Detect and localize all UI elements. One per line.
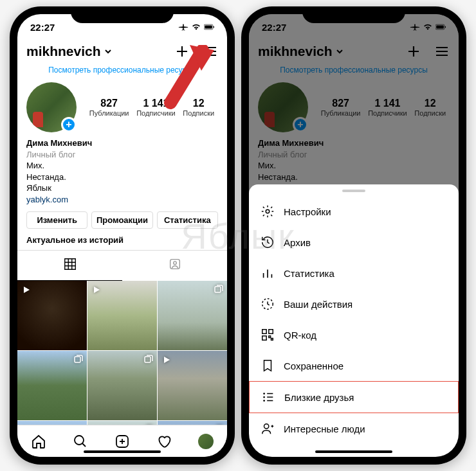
activity-icon (261, 297, 275, 311)
heart-icon[interactable] (156, 434, 172, 449)
promo-button[interactable]: Промоакции (91, 211, 152, 229)
menu-label: Ваши действия (284, 299, 352, 310)
svg-point-10 (75, 436, 84, 445)
menu-qr[interactable]: QR-код (249, 319, 459, 350)
menu-stats[interactable]: Статистика (249, 258, 459, 289)
wifi-icon (191, 23, 201, 31)
stat-posts[interactable]: 827 Публикации (89, 98, 129, 117)
status-time: 22:27 (30, 22, 55, 33)
bio-category: Личный блог (26, 149, 218, 161)
svg-rect-2 (214, 26, 214, 28)
chevron-down-icon (104, 47, 113, 56)
post-thumbnail[interactable] (158, 281, 227, 350)
posts-label: Публикации (89, 109, 129, 117)
stats-icon (261, 266, 275, 280)
username-dropdown[interactable]: mikhnevich (26, 44, 113, 59)
annotation-arrow (158, 45, 215, 116)
sheet-handle[interactable] (342, 190, 365, 192)
profile-nav-icon[interactable] (198, 434, 214, 449)
post-thumbnail[interactable] (87, 281, 157, 350)
battery-icon (204, 23, 214, 31)
gear-icon (261, 204, 275, 218)
menu-sheet: Настройки Архив Статистика Ваши действия… (249, 184, 459, 457)
svg-rect-19 (262, 336, 266, 340)
post-thumbnail[interactable] (17, 351, 87, 420)
menu-activity[interactable]: Ваши действия (249, 289, 459, 319)
menu-label: Архив (284, 237, 311, 248)
bio-line: Яблык (26, 182, 218, 194)
svg-point-22 (263, 400, 265, 402)
button-row: Изменить Промоакции Статистика (17, 205, 227, 235)
svg-point-20 (263, 393, 265, 395)
menu-settings[interactable]: Настройки (249, 196, 459, 227)
svg-point-21 (263, 396, 265, 398)
airplane-icon (178, 23, 188, 31)
home-indicator (84, 450, 161, 453)
menu-label: Сохраненное (284, 360, 343, 371)
posts-count: 827 (89, 98, 129, 109)
svg-rect-18 (269, 330, 273, 333)
username-text: mikhnevich (26, 44, 101, 59)
home-icon[interactable] (31, 434, 46, 449)
search-icon[interactable] (73, 434, 88, 449)
bio-line: Мих. (26, 160, 218, 172)
svg-rect-6 (75, 357, 80, 362)
edit-button[interactable]: Изменить (26, 211, 87, 229)
phone-left: 22:27 mikhnevich Посмотреть профессионал… (10, 6, 235, 465)
svg-rect-1 (205, 25, 212, 28)
bio-line: Нестанда. (26, 172, 218, 183)
svg-rect-5 (215, 287, 221, 292)
add-story-badge[interactable]: + (61, 117, 77, 132)
svg-point-15 (266, 209, 270, 213)
notch (71, 6, 174, 23)
menu-label: Интересные люди (284, 423, 365, 434)
carousel-icon (73, 355, 83, 365)
menu-saved[interactable]: Сохраненное (249, 350, 459, 381)
menu-close-friends[interactable]: Близкие друзья (249, 381, 459, 413)
screen-right: 22:27 mikhnevich Посмотреть профессионал… (249, 14, 459, 457)
posts-grid (17, 281, 227, 425)
post-thumbnail[interactable] (17, 281, 87, 350)
grid-tab[interactable] (17, 251, 122, 281)
menu-label: Статистика (284, 268, 334, 279)
bookmark-icon (261, 359, 275, 373)
carousel-icon (143, 355, 153, 365)
discover-people-icon (261, 422, 275, 436)
bio-link[interactable]: yablyk.com (26, 194, 218, 206)
menu-archive[interactable]: Архив (249, 227, 459, 258)
menu-label: Близкие друзья (284, 392, 354, 403)
svg-point-4 (173, 262, 176, 265)
stats-button[interactable]: Статистика (157, 211, 218, 229)
bio-name: Дима Михневич (26, 138, 218, 149)
menu-discover[interactable]: Интересные люди (249, 413, 459, 444)
svg-rect-7 (145, 357, 151, 362)
post-thumbnail[interactable] (158, 351, 227, 420)
video-icon (91, 285, 102, 295)
post-thumbnail[interactable] (87, 351, 157, 420)
phone-right: 22:27 mikhnevich Посмотреть профессионал… (241, 6, 466, 465)
svg-rect-17 (262, 330, 266, 333)
grid-tabs (17, 250, 227, 281)
home-indicator (315, 450, 392, 453)
menu-label: QR-код (284, 330, 316, 341)
bio: Дима Михневич Личный блог Мих. Нестанда.… (17, 138, 227, 205)
stories-highlights-title: Актуальное из историй (17, 235, 227, 250)
list-icon (261, 390, 275, 404)
qr-icon (261, 328, 275, 342)
grid-icon (63, 257, 77, 271)
avatar[interactable]: + (26, 82, 77, 132)
tagged-icon (168, 257, 182, 271)
video-icon (21, 285, 32, 295)
archive-icon (261, 235, 275, 249)
status-icons (178, 23, 214, 31)
menu-label: Настройки (284, 206, 331, 217)
add-post-icon[interactable] (114, 434, 130, 449)
notch (302, 6, 405, 23)
carousel-icon (213, 285, 223, 295)
tagged-tab[interactable] (122, 251, 227, 281)
screen-left: 22:27 mikhnevich Посмотреть профессионал… (17, 14, 227, 457)
video-icon (161, 355, 172, 365)
svg-point-23 (264, 424, 269, 429)
